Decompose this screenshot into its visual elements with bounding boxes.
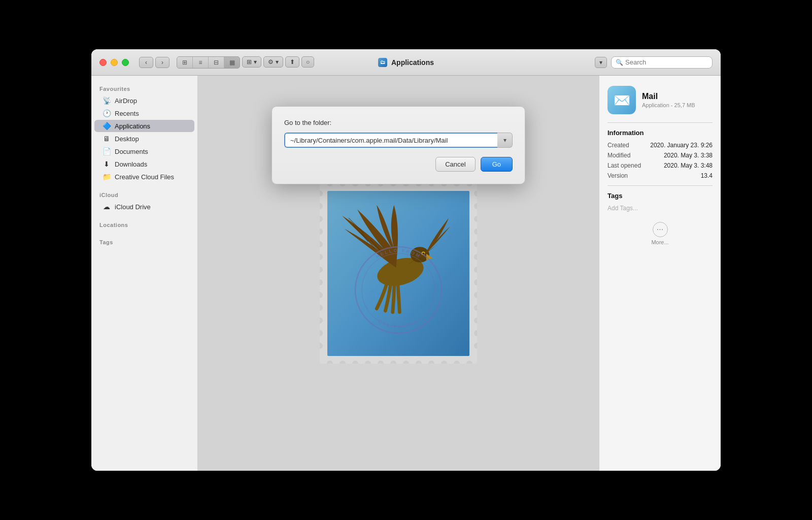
toolbar-right: ▾ 🔍 [595,56,713,69]
desktop-icon: 🖥 [103,135,111,143]
path-dropdown-arrow[interactable]: ▾ [497,133,513,148]
app-subtitle: Application - 25,7 MB [642,102,695,108]
mail-preview-icon: ✉️ [613,92,631,109]
divider-2 [607,185,713,186]
locations-header: Locations [91,218,197,230]
created-label: Created [607,142,629,149]
center-content: HELLO FROM - - - - CALIFORNIA [198,76,599,471]
back-button[interactable]: ‹ [139,57,153,68]
icloud-drive-icon: ☁ [103,203,111,211]
sidebar-item-documents[interactable]: 📄 Documents [94,145,194,157]
tags-section-title: Tags [607,192,713,200]
dialog-overlay: Go to the folder: ▾ Cancel Go [198,76,599,471]
go-to-folder-dialog: Go to the folder: ▾ Cancel Go [272,106,525,184]
favourites-header: Favourites [91,82,197,94]
icloud-header: iCloud [91,188,197,200]
action-button[interactable]: ⚙ ▾ [263,56,283,68]
version-label: Version [607,172,628,179]
dialog-input-row: ▾ [284,133,513,148]
downloads-icon: ⬇ [103,160,111,168]
traffic-lights [99,59,129,66]
more-button[interactable]: ··· [653,222,668,237]
search-bar[interactable]: 🔍 [611,56,713,69]
gallery-view-button[interactable]: ▦ [224,57,240,68]
modified-value: 2020. May 3. 3:38 [664,152,713,159]
sidebar-item-applications[interactable]: 🔷 Applications [94,120,194,132]
folder-icon: 🗂 [378,58,387,67]
tag-icon: ○ [306,58,310,66]
last-opened-value: 2020. May 3. 3:48 [664,162,713,169]
sidebar-item-icloud-drive[interactable]: ☁ iCloud Drive [94,201,194,213]
airdrop-icon: 📡 [103,96,111,105]
info-section-title: Information [607,129,713,137]
folder-path-input[interactable] [284,133,497,148]
more-label: More... [651,239,668,245]
main-content: Favourites 📡 AirDrop 🕐 Recents 🔷 Applica… [91,76,721,471]
modified-label: Modified [607,152,630,159]
go-button[interactable]: Go [481,157,513,172]
forward-button[interactable]: › [155,57,170,68]
downloads-label: Downloads [115,160,147,168]
info-row-created: Created 2020. January 23. 9:26 [607,142,713,149]
app-info-header: ✉️ Mail Application - 25,7 MB [607,86,713,114]
dialog-title: Go to the folder: [284,119,513,126]
icon-size-icon: ⊞ [247,58,252,66]
title-bar: ‹ › ⊞ ≡ ⊟ ▦ ⊞ ▾ ⚙ ▾ ⬆ ○ [91,49,721,76]
title-label: Applications [391,58,434,67]
icon-size-button[interactable]: ⊞ ▾ [242,56,261,68]
action-chevron: ▾ [276,58,279,66]
share-button[interactable]: ⬆ [285,56,299,68]
search-input[interactable] [625,58,708,66]
view-controls: ⊞ ≡ ⊟ ▦ ⊞ ▾ ⚙ ▾ ⬆ ○ [177,56,314,69]
sidebar: Favourites 📡 AirDrop 🕐 Recents 🔷 Applica… [91,76,198,471]
maximize-button[interactable] [122,59,129,66]
info-row-modified: Modified 2020. May 3. 3:38 [607,152,713,159]
applications-label: Applications [115,122,150,130]
sidebar-item-downloads[interactable]: ⬇ Downloads [94,158,194,170]
last-opened-label: Last opened [607,162,641,169]
info-row-last-opened: Last opened 2020. May 3. 3:48 [607,162,713,169]
sidebar-item-recents[interactable]: 🕐 Recents [94,107,194,119]
tags-header: Tags [91,235,197,247]
close-button[interactable] [99,59,107,66]
minimize-button[interactable] [111,59,118,66]
window-title: 🗂 Applications [378,58,434,67]
right-panel: ✉️ Mail Application - 25,7 MB Informatio… [599,76,721,471]
divider-1 [607,122,713,123]
app-info-text: Mail Application - 25,7 MB [642,92,695,108]
app-icon-preview: ✉️ [607,86,636,114]
sidebar-item-airdrop[interactable]: 📡 AirDrop [94,94,194,107]
dialog-buttons: Cancel Go [284,157,513,172]
recents-icon: 🕐 [103,109,111,117]
info-row-version: Version 13.4 [607,172,713,179]
creative-cloud-icon: 📁 [103,173,111,181]
documents-label: Documents [115,148,148,155]
finder-window: ‹ › ⊞ ≡ ⊟ ▦ ⊞ ▾ ⚙ ▾ ⬆ ○ [91,49,721,471]
column-view-button[interactable]: ⊟ [209,57,224,68]
add-tags[interactable]: Add Tags... [607,205,713,212]
tag-button[interactable]: ○ [301,56,314,68]
app-name: Mail [642,92,695,101]
cancel-button[interactable]: Cancel [435,157,475,172]
more-button-container: ··· More... [607,222,713,245]
view-button-group: ⊞ ≡ ⊟ ▦ [177,56,240,69]
nav-buttons: ‹ › [139,57,170,68]
path-chevron: ▾ [599,59,602,66]
icloud-drive-label: iCloud Drive [115,203,151,211]
created-value: 2020. January 23. 9:26 [650,142,713,149]
path-dropdown[interactable]: ▾ [595,57,607,68]
version-value: 13.4 [701,172,713,179]
recents-label: Recents [115,110,139,117]
share-icon: ⬆ [290,58,295,66]
airdrop-label: AirDrop [115,97,137,105]
gear-icon: ⚙ [268,58,274,66]
list-view-button[interactable]: ≡ [193,57,208,68]
documents-icon: 📄 [103,147,111,155]
creative-cloud-label: Creative Cloud Files [115,173,174,181]
desktop-label: Desktop [115,135,139,143]
sidebar-item-creative-cloud[interactable]: 📁 Creative Cloud Files [94,171,194,183]
icon-view-button[interactable]: ⊞ [177,57,192,68]
sidebar-item-desktop[interactable]: 🖥 Desktop [94,133,194,145]
applications-icon: 🔷 [103,122,111,130]
icon-size-chevron: ▾ [254,58,257,66]
